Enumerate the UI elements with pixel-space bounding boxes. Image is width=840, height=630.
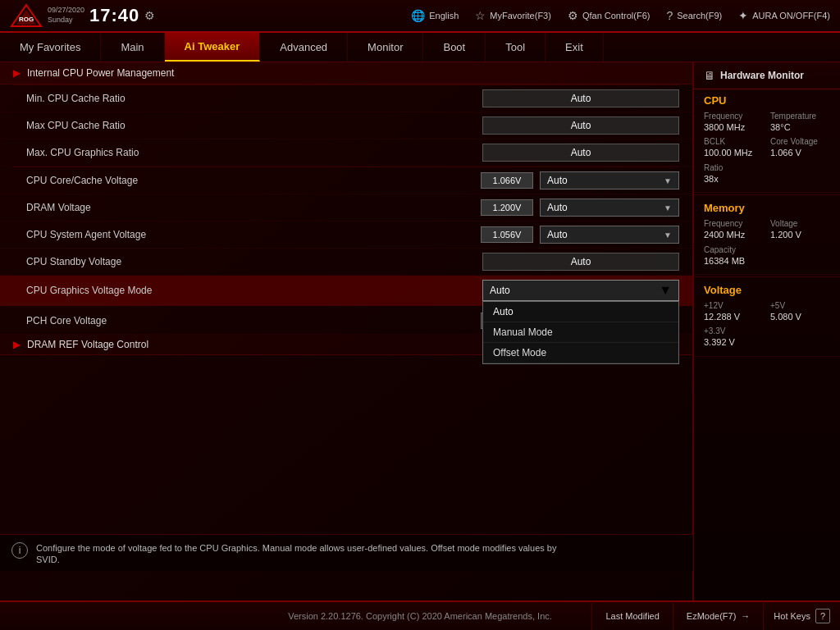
- setting-label-cpu-graphics-vm: CPU Graphics Voltage Mode: [26, 285, 482, 296]
- info-text-line1: Configure the mode of voltage fed to the…: [36, 541, 556, 555]
- setting-label-max-cpu-graphics: Max. CPU Graphics Ratio: [26, 147, 482, 158]
- info-text-line2: SVID.: [36, 555, 556, 564]
- hot-keys-icon: ?: [815, 609, 830, 623]
- aura-control[interactable]: ✦ AURA ON/OFF(F4): [738, 9, 830, 22]
- expand-icon: ▶: [13, 67, 21, 79]
- hw-divider-1: [694, 194, 840, 195]
- hw-cpu-temp: Temperature 38°C: [770, 112, 830, 134]
- cpu-graphics-vm-dropdown-container: Auto ▼ Auto Manual Mode Offset Mode: [482, 280, 679, 301]
- tab-exit-label: Exit: [565, 41, 583, 53]
- tab-exit[interactable]: Exit: [546, 33, 604, 62]
- rog-logo: ROG: [10, 3, 43, 28]
- qfan-control[interactable]: ⚙ Qfan Control(F6): [568, 9, 651, 22]
- setting-cpu-graphics-voltage-mode: CPU Graphics Voltage Mode Auto ▼ Auto Ma…: [0, 276, 692, 306]
- cpu-system-agent-dropdown[interactable]: Auto ▼: [540, 226, 679, 244]
- setting-dram-voltage: DRAM Voltage 1.200V Auto ▼: [0, 194, 692, 221]
- aura-label: AURA ON/OFF(F4): [752, 11, 830, 21]
- cpu-core-cache-controls: 1.066V Auto ▼: [481, 171, 679, 189]
- bottom-bar: Version 2.20.1276. Copyright (C) 2020 Am…: [0, 600, 840, 630]
- date-text: 09/27/2020: [48, 6, 84, 16]
- version-text: Version 2.20.1276. Copyright (C) 2020 Am…: [288, 611, 552, 621]
- setting-label-dram-voltage: DRAM Voltage: [26, 202, 481, 213]
- setting-cpu-standby: CPU Standby Voltage Auto: [0, 249, 692, 276]
- hw-mem-freq: Frequency 2400 MHz: [704, 219, 764, 241]
- setting-value-max-cpu-graphics[interactable]: Auto: [482, 144, 679, 162]
- dram-voltage-controls: 1.200V Auto ▼: [481, 199, 679, 217]
- hw-cpu-section: CPU Frequency 3800 MHz Temperature 38°C …: [694, 89, 840, 193]
- tab-monitor[interactable]: Monitor: [348, 33, 423, 62]
- bottom-actions: Last Modified EzMode(F7) → Hot Keys ?: [591, 601, 840, 630]
- logo-datetime: ROG 09/27/2020 Sunday 17:40 ⚙: [0, 3, 165, 28]
- tab-my-favorites[interactable]: My Favorites: [0, 33, 101, 62]
- cpu-graphics-vm-dropdown-btn[interactable]: Auto ▼: [482, 280, 679, 301]
- hw-voltage-grid: +12V 12.288 V +5V 5.080 V: [704, 301, 830, 323]
- info-description: Configure the mode of voltage fed to the…: [36, 541, 556, 565]
- hw-memory-title: Memory: [704, 202, 830, 214]
- setting-label-min-cpu-cache: Min. CPU Cache Ratio: [26, 93, 482, 104]
- setting-label-pch-core: PCH Core Voltage: [26, 315, 481, 326]
- dropdown-option-auto[interactable]: Auto: [483, 302, 678, 322]
- hw-divider-2: [694, 276, 840, 277]
- tab-main[interactable]: Main: [101, 33, 164, 62]
- search-label: Search(F9): [677, 11, 722, 21]
- cpu-core-cache-dropdown[interactable]: Auto ▼: [540, 171, 679, 189]
- cpu-graphics-vm-dropdown-list: Auto Manual Mode Offset Mode: [482, 301, 679, 364]
- tab-tool[interactable]: Tool: [486, 33, 546, 62]
- dropdown-arrow-graphics-vm: ▼: [659, 283, 672, 298]
- qfan-label: Qfan Control(F6): [582, 11, 651, 21]
- hw-cpu-ratio: Ratio 38x: [704, 163, 830, 185]
- settings-content: ▶ Internal CPU Power Management Min. CPU…: [0, 62, 693, 600]
- tab-main-label: Main: [121, 41, 144, 53]
- dram-voltage-current: 1.200V: [481, 199, 533, 216]
- ez-mode-icon: →: [741, 611, 750, 621]
- tab-boot[interactable]: Boot: [423, 33, 486, 62]
- cpu-system-agent-controls: 1.056V Auto ▼: [481, 226, 679, 244]
- myfavorite-control[interactable]: ☆ MyFavorite(F3): [475, 9, 551, 22]
- internal-cpu-power-section[interactable]: ▶ Internal CPU Power Management: [0, 62, 692, 84]
- setting-cpu-core-cache-voltage: CPU Core/Cache Voltage 1.066V Auto ▼: [0, 167, 692, 194]
- aura-icon: ✦: [738, 9, 748, 22]
- section-title: Internal CPU Power Management: [27, 67, 174, 79]
- hw-volt-12v: +12V 12.288 V: [704, 301, 764, 323]
- ez-mode-label: EzMode(F7): [687, 611, 737, 621]
- time-display: 17:40: [89, 5, 139, 26]
- language-control[interactable]: 🌐 English: [411, 9, 459, 22]
- globe-icon: 🌐: [411, 9, 425, 22]
- tab-monitor-label: Monitor: [368, 41, 403, 53]
- dropdown-option-manual[interactable]: Manual Mode: [483, 322, 678, 343]
- ez-mode-btn[interactable]: EzMode(F7) →: [673, 601, 764, 630]
- cpu-core-cache-current: 1.066V: [481, 172, 533, 189]
- setting-value-min-cpu-cache[interactable]: Auto: [482, 89, 679, 107]
- hw-cpu-freq: Frequency 3800 MHz: [704, 112, 764, 134]
- last-modified-btn[interactable]: Last Modified: [591, 601, 672, 630]
- setting-value-cpu-standby[interactable]: Auto: [482, 253, 679, 271]
- myfavorite-label: MyFavorite(F3): [490, 11, 551, 21]
- hw-cpu-title: CPU: [704, 94, 830, 107]
- hw-memory-section: Memory Frequency 2400 MHz Voltage 1.200 …: [694, 197, 840, 275]
- search-icon: ?: [666, 9, 673, 22]
- tab-advanced[interactable]: Advanced: [260, 33, 348, 62]
- hot-keys-btn[interactable]: Hot Keys ?: [763, 601, 840, 630]
- setting-min-cpu-cache: Min. CPU Cache Ratio Auto: [0, 85, 692, 112]
- setting-label-max-cpu-cache: Max CPU Cache Ratio: [26, 120, 482, 131]
- search-control[interactable]: ? Search(F9): [666, 9, 722, 22]
- hw-cpu-bclk: BCLK 100.00 MHz: [704, 137, 764, 159]
- dram-voltage-dropdown[interactable]: Auto ▼: [540, 199, 679, 217]
- dropdown-option-offset[interactable]: Offset Mode: [483, 343, 678, 363]
- settings-gear-icon[interactable]: ⚙: [144, 9, 155, 22]
- setting-value-max-cpu-cache[interactable]: Auto: [482, 116, 679, 135]
- dropdown-arrow: ▼: [664, 176, 672, 185]
- svg-text:ROG: ROG: [19, 16, 34, 23]
- dram-expand-icon: ▶: [13, 339, 21, 350]
- hw-voltage-title: Voltage: [704, 284, 830, 296]
- main-header: ROG 09/27/2020 Sunday 17:40 ⚙ 🌐 English …: [0, 0, 840, 33]
- setting-label-cpu-system-agent: CPU System Agent Voltage: [26, 229, 481, 240]
- dropdown-arrow-system-agent: ▼: [664, 231, 672, 240]
- info-circle-icon: i: [11, 542, 28, 559]
- fan-icon: ⚙: [568, 9, 578, 22]
- cpu-system-agent-current: 1.056V: [481, 226, 533, 243]
- hw-cpu-grid: Frequency 3800 MHz Temperature 38°C BCLK…: [704, 112, 830, 160]
- setting-label-cpu-standby: CPU Standby Voltage: [26, 256, 482, 267]
- tab-ai-tweaker[interactable]: Ai Tweaker: [165, 33, 261, 62]
- star-icon: ☆: [475, 9, 486, 22]
